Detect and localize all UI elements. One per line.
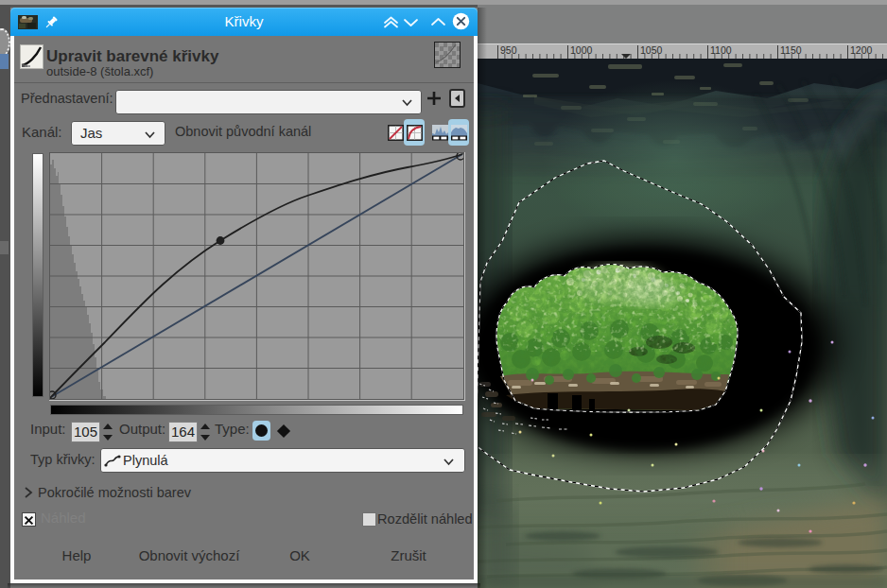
svg-text:1000: 1000 [570, 44, 593, 56]
svg-text:1150: 1150 [780, 44, 802, 56]
svg-text:1100: 1100 [710, 44, 732, 56]
svg-text:1050: 1050 [640, 44, 663, 56]
svg-text:950: 950 [500, 44, 517, 56]
svg-text:1200: 1200 [850, 44, 873, 56]
